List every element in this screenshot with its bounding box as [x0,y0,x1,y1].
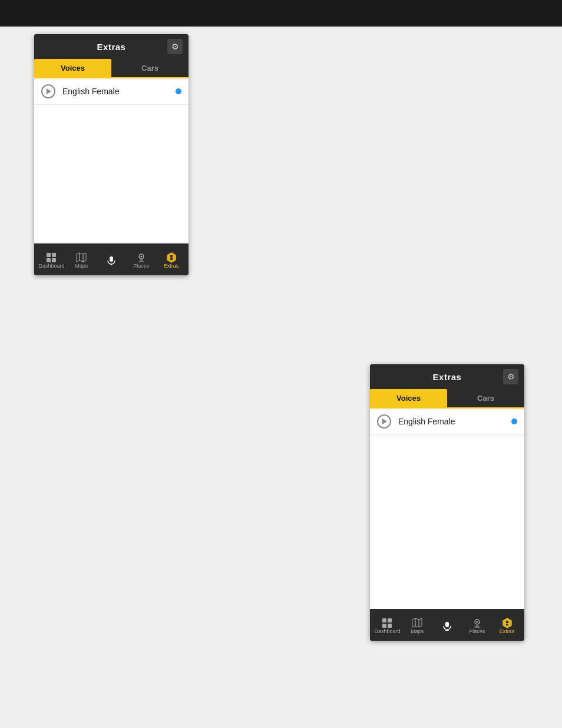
extras-icon-large [502,618,513,628]
tab-voices-small[interactable]: Voices [34,59,111,77]
widget-content-small: English Female [34,78,189,243]
nav-extras-label-large: Extras [500,628,515,634]
widget-header-small: Extras ⚙ [34,34,189,59]
bottom-nav-large: Dashboard Maps [370,609,524,641]
maps-icon-small [76,252,87,263]
nav-mic-large[interactable] [434,621,460,631]
svg-rect-20 [445,622,449,627]
gear-icon-large: ⚙ [507,372,515,381]
phone-widget-large: Extras ⚙ Voices Cars English Female [370,364,524,641]
svg-rect-27 [506,624,508,625]
nav-extras-large[interactable]: Extras [494,618,520,634]
extras-icon-small [166,252,177,263]
nav-dashboard-label-large: Dashboard [374,628,400,634]
svg-rect-3 [52,258,56,262]
phone-widget-small: Extras ⚙ Voices Cars English Female [34,34,189,275]
nav-places-large[interactable]: Places [464,618,490,634]
svg-rect-12 [170,255,173,258]
svg-rect-13 [170,258,173,260]
tabs-large: Voices Cars [370,389,524,409]
nav-places-label-large: Places [469,628,485,634]
voice-name-large: English Female [398,417,511,426]
svg-rect-14 [382,618,386,622]
voice-item-small[interactable]: English Female [34,78,189,105]
nav-extras-label-small: Extras [164,263,179,269]
tabs-small: Voices Cars [34,59,189,78]
mic-icon-large [442,621,452,631]
mic-icon-small [107,256,116,265]
places-icon-small [136,252,147,263]
voice-item-large[interactable]: English Female [370,409,524,435]
svg-point-24 [476,621,478,623]
gear-icon-small: ⚙ [171,42,179,51]
dashboard-icon-large [382,618,392,628]
nav-dashboard-large[interactable]: Dashboard [374,618,400,634]
svg-rect-0 [47,253,51,257]
nav-maps-label-small: Maps [75,263,88,269]
svg-rect-17 [388,624,392,628]
dashboard-icon-small [46,252,57,263]
play-button-small[interactable] [41,84,55,98]
widget-title-large: Extras [433,372,462,382]
svg-rect-2 [47,258,51,262]
nav-mic-small[interactable] [98,256,124,265]
tab-cars-small[interactable]: Cars [111,59,189,77]
nav-maps-large[interactable]: Maps [404,618,430,634]
gear-button-large[interactable]: ⚙ [503,369,518,384]
svg-rect-16 [382,624,386,628]
nav-extras-small[interactable]: Extras [158,252,184,269]
nav-dashboard-small[interactable]: Dashboard [38,252,64,269]
nav-maps-label-large: Maps [411,628,424,634]
maps-icon-large [412,618,422,628]
tab-voices-large[interactable]: Voices [370,389,447,407]
nav-maps-small[interactable]: Maps [68,252,94,269]
bottom-nav-small: Dashboard Maps [34,243,189,275]
svg-point-10 [140,256,142,258]
play-button-large[interactable] [377,414,391,429]
svg-rect-6 [110,256,113,262]
svg-rect-15 [388,618,392,622]
widget-title-small: Extras [97,42,126,52]
voice-name-small: English Female [62,87,176,96]
selected-indicator-small [176,88,181,94]
places-icon-large [472,618,482,628]
svg-rect-1 [52,253,56,257]
top-bar [0,0,562,27]
widget-content-large: English Female [370,409,524,609]
selected-indicator-large [511,419,517,424]
widget-header-large: Extras ⚙ [370,364,524,389]
nav-places-small[interactable]: Places [128,252,154,269]
tab-cars-large[interactable]: Cars [447,389,524,407]
svg-rect-26 [506,621,508,623]
nav-places-label-small: Places [133,263,149,269]
gear-button-small[interactable]: ⚙ [167,39,183,54]
nav-dashboard-label-small: Dashboard [38,263,64,269]
